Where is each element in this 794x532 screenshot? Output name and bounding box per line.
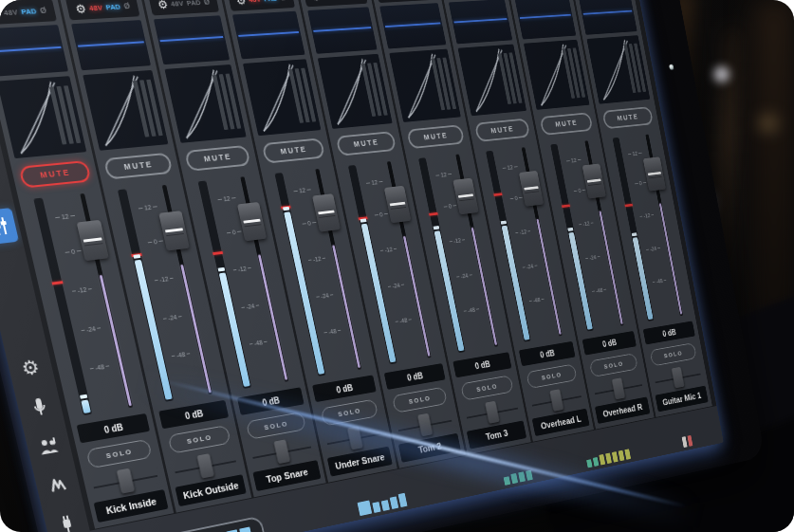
- trim-slider-line: [313, 27, 371, 32]
- pan-knob[interactable]: [273, 439, 290, 464]
- channel-gear-icon[interactable]: ⚙: [0, 7, 2, 20]
- dynamics-graph[interactable]: [0, 76, 86, 158]
- meter-segment: [687, 435, 692, 447]
- trim-slider[interactable]: [307, 7, 377, 53]
- channel-header: ⚙ 48V PAD Ø: [65, 0, 140, 20]
- dynamics-graph[interactable]: [458, 45, 527, 117]
- phase-invert-toggle[interactable]: Ø: [123, 1, 132, 10]
- meter-cluster: [144, 516, 269, 532]
- mute-button[interactable]: MUTE: [262, 138, 325, 163]
- scale-label: -12: [515, 229, 532, 236]
- pan-knob[interactable]: [672, 367, 685, 389]
- scale-label: -12: [154, 275, 175, 284]
- scale-label: 12: [565, 156, 582, 164]
- trim-slider[interactable]: [71, 20, 151, 70]
- trim-slider[interactable]: [0, 25, 68, 77]
- channel-header: ⚙ 48V PAD Ø: [227, 0, 295, 11]
- trim-slider[interactable]: [515, 0, 577, 40]
- phantom-48v-toggle[interactable]: 48V: [3, 8, 18, 17]
- scale-label: -12: [307, 255, 326, 264]
- mute-row: MUTE: [403, 120, 468, 153]
- pan-knob[interactable]: [417, 413, 433, 437]
- scale-label: -48: [591, 286, 607, 294]
- channel-header: ⚙ 48V PAD Ø: [375, 0, 437, 3]
- mute-button[interactable]: MUTE: [602, 106, 654, 129]
- dynamics-graph[interactable]: [243, 59, 321, 136]
- scale-label: -24: [315, 291, 334, 300]
- mute-button[interactable]: MUTE: [19, 160, 91, 189]
- mute-row: MUTE: [100, 148, 176, 184]
- musicians-icon[interactable]: [28, 427, 69, 466]
- mute-button[interactable]: MUTE: [474, 118, 530, 141]
- settings-gear-icon[interactable]: ⚙: [9, 348, 52, 386]
- scale-label: -12: [232, 265, 252, 273]
- direct-io-icon[interactable]: [46, 504, 88, 532]
- scale-label: 12: [138, 203, 158, 211]
- channel-gear-icon[interactable]: ⚙: [157, 0, 169, 10]
- phase-invert-toggle[interactable]: Ø: [280, 0, 287, 2]
- pan-knob[interactable]: [347, 426, 363, 449]
- pan-knob[interactable]: [117, 468, 135, 494]
- meter-segment: [504, 476, 510, 486]
- meter-cluster: [503, 470, 532, 486]
- dynamics-graph[interactable]: [318, 54, 393, 129]
- pan-knob[interactable]: [549, 389, 563, 412]
- meter-cluster: [358, 493, 408, 516]
- mute-button[interactable]: MUTE: [407, 124, 465, 149]
- scale-label: -12: [379, 246, 397, 254]
- meter-segment: [586, 459, 592, 468]
- mute-row: MUTE: [471, 114, 533, 145]
- mute-button[interactable]: MUTE: [103, 152, 173, 179]
- pad-toggle[interactable]: PAD: [263, 0, 278, 3]
- dynamics-graph[interactable]: [586, 35, 650, 104]
- trim-slider[interactable]: [578, 0, 637, 35]
- pan-knob[interactable]: [612, 377, 625, 399]
- scale-label: -48: [249, 339, 268, 347]
- mute-button[interactable]: MUTE: [184, 144, 250, 171]
- trim-slider-line: [520, 14, 571, 19]
- pad-toggle[interactable]: PAD: [105, 2, 121, 11]
- phase-invert-toggle[interactable]: Ø: [203, 0, 211, 7]
- scale-label: -12: [71, 285, 93, 295]
- trim-slider[interactable]: [449, 0, 512, 44]
- scale-label: -48: [323, 327, 342, 336]
- trim-slider[interactable]: [154, 15, 230, 64]
- trim-slider-line: [385, 23, 441, 28]
- scale-label: 12: [365, 178, 383, 186]
- scale-label: -48: [171, 350, 192, 359]
- phase-invert-toggle[interactable]: Ø: [39, 6, 47, 15]
- scale-label: -24: [80, 324, 102, 334]
- pan-knob[interactable]: [485, 401, 499, 424]
- channel-gear-icon[interactable]: ⚙: [235, 0, 248, 6]
- scale-label: 12: [292, 186, 311, 193]
- meter-segment: [605, 453, 612, 465]
- meter-segment: [619, 450, 625, 462]
- meter-segment: [518, 471, 526, 482]
- scale-label: 0: [300, 219, 319, 228]
- meter-segment: [624, 449, 631, 459]
- pan-knob[interactable]: [197, 453, 214, 478]
- meter-segment: [398, 493, 408, 507]
- dynamics-graph[interactable]: [83, 70, 168, 151]
- channel-gear-icon[interactable]: ⚙: [74, 2, 87, 14]
- phantom-48v-toggle[interactable]: 48V: [170, 0, 184, 8]
- dynamics-graph[interactable]: [524, 40, 590, 110]
- mute-row: MUTE: [258, 134, 328, 168]
- channel-gear-icon[interactable]: ⚙: [310, 0, 322, 2]
- meter-segment: [612, 451, 619, 463]
- peak-indicator: [429, 212, 438, 216]
- phantom-48v-toggle[interactable]: 48V: [248, 0, 261, 4]
- pad-toggle[interactable]: PAD: [20, 7, 37, 16]
- mute-button[interactable]: MUTE: [540, 112, 593, 136]
- mute-button[interactable]: MUTE: [336, 131, 397, 156]
- dynamics-graph[interactable]: [389, 49, 461, 122]
- waveform-icon[interactable]: [37, 466, 79, 504]
- trim-slider[interactable]: [379, 3, 446, 48]
- dynamics-graph[interactable]: [164, 64, 246, 143]
- phantom-48v-toggle[interactable]: 48V: [88, 3, 103, 12]
- talkback-icon[interactable]: [19, 387, 61, 426]
- trim-slider[interactable]: [232, 11, 305, 60]
- pad-toggle[interactable]: PAD: [186, 0, 202, 7]
- scale-label: 0: [571, 187, 587, 194]
- trim-slider-line: [238, 31, 299, 37]
